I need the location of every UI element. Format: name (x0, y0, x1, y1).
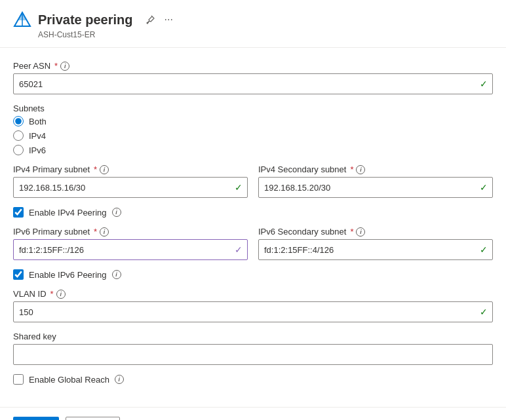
enable-ipv4-peering-row: Enable IPv4 Peering i (13, 207, 493, 218)
enable-global-reach-info-icon[interactable]: i (115, 375, 124, 384)
ipv6-primary-input-wrapper: ✓ (13, 239, 248, 260)
ipv4-secondary-info-icon[interactable]: i (356, 165, 365, 174)
ipv4-secondary-label: IPv4 Secondary subnet * i (258, 164, 493, 174)
subnet-ipv6-option[interactable]: IPv6 (13, 145, 493, 155)
vlan-id-input[interactable] (13, 301, 493, 322)
footer: Save Cancel (0, 407, 506, 420)
subnet-both-label: Both (29, 117, 47, 126)
ipv6-secondary-valid-icon: ✓ (480, 244, 488, 255)
ipv4-secondary-input[interactable] (258, 177, 493, 198)
ipv6-primary-group: IPv6 Primary subnet * i ✓ (13, 227, 248, 260)
header-actions: ··· (142, 12, 176, 27)
ipv6-primary-info-icon[interactable]: i (100, 227, 109, 237)
ipv4-primary-info-icon[interactable]: i (100, 165, 109, 174)
ipv6-secondary-group: IPv6 Secondary subnet * i ✓ (258, 227, 493, 260)
subnet-ipv6-label: IPv6 (29, 145, 46, 155)
enable-ipv6-peering-label[interactable]: Enable IPv6 Peering (29, 270, 107, 280)
ipv4-primary-valid-icon: ✓ (235, 182, 243, 193)
subnet-both-option[interactable]: Both (13, 116, 493, 126)
vlan-id-group: VLAN ID * i ✓ (13, 289, 493, 322)
page: Private peering ··· ASH-Cust15-ER Peer A… (0, 0, 506, 420)
vlan-id-label: VLAN ID * i (13, 289, 493, 299)
enable-global-reach-checkbox[interactable] (13, 374, 24, 385)
ipv4-secondary-group: IPv4 Secondary subnet * i ✓ (258, 164, 493, 198)
ipv4-secondary-valid-icon: ✓ (480, 182, 488, 193)
enable-ipv6-peering-checkbox[interactable] (13, 269, 24, 280)
shared-key-group: Shared key (13, 332, 493, 365)
vlan-id-input-wrapper: ✓ (13, 301, 493, 322)
subnets-label: Subnets (13, 104, 493, 113)
ipv6-secondary-info-icon[interactable]: i (356, 227, 365, 237)
ipv6-subnet-row: IPv6 Primary subnet * i ✓ IPv6 Secondary… (13, 227, 493, 260)
azure-icon (13, 10, 31, 29)
subnet-both-radio[interactable] (13, 116, 24, 126)
peer-asn-input[interactable] (13, 73, 493, 94)
vlan-id-valid-icon: ✓ (480, 307, 488, 317)
shared-key-input-wrapper (13, 344, 493, 365)
enable-ipv4-peering-label[interactable]: Enable IPv4 Peering (29, 208, 107, 218)
ipv4-secondary-input-wrapper: ✓ (258, 177, 493, 198)
header: Private peering ··· ASH-Cust15-ER (0, 0, 506, 48)
content: Peer ASN * i ✓ Subnets Both IPv4 (0, 48, 506, 407)
enable-ipv4-peering-info-icon[interactable]: i (112, 208, 121, 217)
ipv4-primary-group: IPv4 Primary subnet * i ✓ (13, 164, 248, 198)
ipv6-primary-valid-icon: ✓ (235, 244, 243, 255)
subnets-group: Subnets Both IPv4 IPv6 (13, 104, 493, 155)
ipv6-primary-input[interactable] (13, 239, 248, 260)
subnet-ipv4-option[interactable]: IPv4 (13, 130, 493, 141)
enable-ipv6-peering-row: Enable IPv6 Peering i (13, 269, 493, 280)
ipv4-primary-input-wrapper: ✓ (13, 177, 248, 198)
peer-asn-info-icon[interactable]: i (60, 62, 69, 71)
ipv4-primary-input[interactable] (13, 177, 248, 198)
peer-asn-input-wrapper: ✓ (13, 73, 493, 94)
page-title: Private peering (38, 12, 133, 28)
peer-asn-group: Peer ASN * i ✓ (13, 61, 493, 94)
shared-key-label: Shared key (13, 332, 493, 341)
ipv6-primary-label: IPv6 Primary subnet * i (13, 227, 248, 237)
cancel-button[interactable]: Cancel (66, 417, 119, 420)
enable-global-reach-row: Enable Global Reach i (13, 374, 493, 385)
peer-asn-label: Peer ASN * i (13, 61, 493, 71)
peer-asn-valid-icon: ✓ (480, 79, 488, 89)
subnet-ipv6-radio[interactable] (13, 145, 24, 155)
ipv6-secondary-input[interactable] (258, 239, 493, 260)
vlan-id-info-icon[interactable]: i (56, 290, 66, 299)
header-subtitle: ASH-Cust15-ER (38, 30, 493, 39)
ipv6-secondary-input-wrapper: ✓ (258, 239, 493, 260)
shared-key-input[interactable] (13, 344, 493, 365)
subnet-ipv4-label: IPv4 (29, 131, 46, 141)
ipv6-secondary-label: IPv6 Secondary subnet * i (258, 227, 493, 237)
ipv4-primary-label: IPv4 Primary subnet * i (13, 164, 248, 174)
more-button[interactable]: ··· (162, 12, 176, 27)
enable-ipv6-peering-info-icon[interactable]: i (112, 270, 121, 279)
subnet-ipv4-radio[interactable] (13, 130, 24, 141)
subnets-radio-group: Both IPv4 IPv6 (13, 116, 493, 155)
save-button[interactable]: Save (13, 417, 59, 420)
pin-button[interactable] (142, 13, 158, 26)
ipv4-subnet-row: IPv4 Primary subnet * i ✓ IPv4 Secondary… (13, 164, 493, 198)
enable-ipv4-peering-checkbox[interactable] (13, 207, 24, 218)
enable-global-reach-label[interactable]: Enable Global Reach (29, 375, 109, 385)
